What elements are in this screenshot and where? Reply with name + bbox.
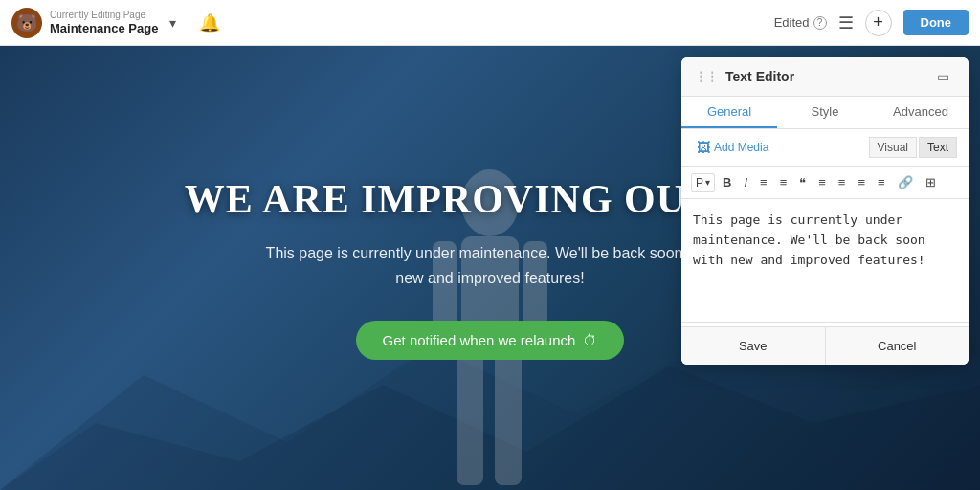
- tab-style[interactable]: Style: [777, 97, 873, 128]
- format-toolbar: P ▾ B I ≡ ≡ ❝ ≡ ≡ ≡ ≡ 🔗 ⊞: [681, 167, 969, 199]
- edited-help-icon[interactable]: ?: [813, 16, 827, 30]
- add-media-button[interactable]: 🖼 Add Media: [693, 138, 772, 157]
- panel-header: ⋮⋮ Text Editor ▭: [681, 57, 969, 97]
- cancel-button[interactable]: Cancel: [826, 327, 969, 365]
- sub-text: This page is currently under maintenance…: [251, 241, 729, 290]
- blockquote-button[interactable]: ❝: [794, 172, 811, 192]
- bold-button[interactable]: B: [718, 172, 736, 192]
- logo-icon: 🐻: [11, 8, 42, 38]
- page-dropdown-button[interactable]: ▾: [166, 11, 180, 34]
- page-name: Maintenance Page: [50, 21, 158, 36]
- done-button[interactable]: Done: [903, 10, 969, 35]
- drag-handle-icon[interactable]: ⋮⋮: [695, 70, 718, 83]
- editor-textarea[interactable]: [681, 199, 969, 323]
- notify-button[interactable]: Get notified when we relaunch ⏱: [356, 321, 625, 360]
- notifications-button[interactable]: 🔔: [195, 9, 224, 37]
- ol-button[interactable]: ≡: [775, 172, 792, 192]
- align-center-button[interactable]: ≡: [834, 172, 851, 192]
- editor-toolbar: 🖼 Add Media Visual Text: [681, 129, 969, 167]
- edited-status: Edited ?: [774, 15, 827, 30]
- add-media-label: Add Media: [714, 141, 768, 154]
- currently-editing-label: Currently Editing Page: [50, 10, 158, 21]
- align-right-button[interactable]: ≡: [853, 172, 870, 192]
- table-button[interactable]: ⊞: [921, 172, 941, 192]
- main-area: We Are Improving Our We This page is cur…: [0, 46, 980, 490]
- page-info: Currently Editing Page Maintenance Page: [50, 10, 158, 36]
- align-left-button[interactable]: ≡: [813, 172, 831, 192]
- view-toggle: Visual Text: [869, 137, 957, 158]
- text-view-button[interactable]: Text: [919, 137, 957, 158]
- notify-label: Get notified when we relaunch: [383, 332, 576, 348]
- clock-icon: ⏱: [583, 332, 597, 348]
- topbar: 🐻 Currently Editing Page Maintenance Pag…: [0, 0, 980, 46]
- panel-title-text: Text Editor: [725, 69, 794, 84]
- tab-general[interactable]: General: [681, 97, 777, 128]
- list-button[interactable]: ☰: [838, 12, 854, 33]
- italic-button[interactable]: I: [739, 172, 752, 192]
- link-button[interactable]: 🔗: [893, 172, 918, 192]
- add-button[interactable]: +: [865, 10, 892, 36]
- minimize-button[interactable]: ▭: [931, 67, 955, 86]
- topbar-right: Edited ? ☰ + Done: [774, 10, 969, 36]
- save-button[interactable]: Save: [681, 327, 826, 365]
- panel-title: ⋮⋮ Text Editor: [695, 69, 794, 84]
- tab-advanced[interactable]: Advanced: [873, 97, 969, 128]
- ul-button[interactable]: ≡: [755, 172, 772, 192]
- align-justify-button[interactable]: ≡: [873, 172, 890, 192]
- media-icon: 🖼: [697, 140, 710, 155]
- paragraph-dropdown[interactable]: P ▾: [691, 173, 715, 192]
- panel-footer: Save Cancel: [681, 326, 969, 365]
- panel-tabs: General Style Advanced: [681, 97, 969, 129]
- visual-view-button[interactable]: Visual: [869, 137, 917, 158]
- topbar-left: 🐻 Currently Editing Page Maintenance Pag…: [11, 8, 774, 38]
- text-editor-panel: ⋮⋮ Text Editor ▭ General Style Advanced …: [681, 57, 969, 365]
